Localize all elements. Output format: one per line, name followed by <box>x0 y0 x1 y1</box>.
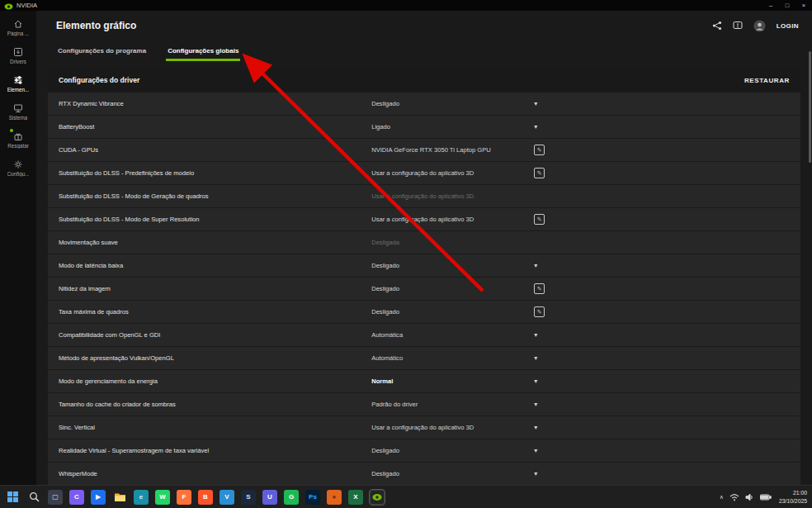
setting-value[interactable]: Desligado <box>371 470 399 477</box>
setting-value[interactable]: Desligado <box>371 285 399 292</box>
setting-label: Sinc. Vertical <box>59 424 95 431</box>
sidebar: Página ... Drivers Elemen... Sistema <box>0 11 36 485</box>
tab-program-settings[interactable]: Configurações do programa <box>58 40 146 61</box>
photoshop-icon[interactable]: Ps <box>305 490 320 505</box>
chevron-down-icon[interactable]: ▾ <box>534 424 537 431</box>
setting-label: Modo de gerenciamento da energia <box>59 377 158 385</box>
brave-icon[interactable]: B <box>198 490 213 505</box>
setting-value[interactable]: Ligado <box>371 123 390 131</box>
edit-icon[interactable]: ✎ <box>534 168 545 178</box>
maximize-button[interactable]: □ <box>779 0 795 11</box>
setting-row: Compatibilidade com OpenGL e GDIAutomáti… <box>48 324 800 346</box>
start-icon[interactable] <box>5 490 20 505</box>
volume-icon[interactable] <box>745 493 754 501</box>
chevron-down-icon[interactable]: ▾ <box>534 377 537 385</box>
clipchamp-icon[interactable]: C <box>69 490 84 505</box>
taskbar-clock[interactable]: 21:00 23/10/2025 <box>779 489 807 505</box>
basketball-icon[interactable]: ● <box>327 490 342 505</box>
setting-value[interactable]: Usar a configuração do aplicativo 3D <box>371 169 474 177</box>
edit-icon[interactable]: ✎ <box>534 283 545 294</box>
whatsapp-icon[interactable]: W <box>155 490 170 505</box>
sidebar-item-label: Elemen... <box>7 87 30 93</box>
sidebar-item-settings[interactable]: Configu... <box>0 159 36 177</box>
monitor-icon <box>13 102 23 113</box>
setting-value[interactable]: Desligado <box>371 262 399 269</box>
chevron-down-icon[interactable]: ▾ <box>534 354 537 362</box>
app-green-icon[interactable]: G <box>284 490 299 505</box>
setting-value[interactable]: Usar a configuração do aplicativo 3D <box>371 216 474 223</box>
edge-icon[interactable]: e <box>134 490 149 505</box>
search-icon[interactable] <box>26 490 41 505</box>
steam-icon[interactable]: S <box>241 490 256 505</box>
nvidia-app-icon[interactable] <box>370 490 385 505</box>
setting-value[interactable]: NVIDIA GeForce RTX 3050 Ti Laptop GPU <box>371 146 491 154</box>
chevron-down-icon[interactable]: ▾ <box>534 100 537 107</box>
tab-global-settings[interactable]: Configurações globais <box>168 40 238 61</box>
window-controls: – □ × <box>762 0 812 11</box>
setting-label: Realidade Virtual - Superamostragem de t… <box>59 447 209 454</box>
window-title: NVIDIA <box>17 2 37 9</box>
wifi-icon[interactable] <box>729 493 739 501</box>
excel-icon[interactable]: X <box>348 490 363 505</box>
sliders-icon <box>13 74 23 85</box>
chevron-down-icon[interactable]: ▾ <box>534 331 537 339</box>
firefox-icon[interactable]: F <box>177 490 191 505</box>
close-button[interactable]: × <box>795 0 812 11</box>
setting-value[interactable]: Desligado <box>371 447 399 454</box>
edit-icon[interactable]: ✎ <box>534 306 545 317</box>
sidebar-item-redeem[interactable]: Resgatar <box>0 131 36 149</box>
drivers-icon <box>13 46 23 57</box>
task-view-icon[interactable]: ▢ <box>48 490 63 505</box>
setting-label: Método de apresentação Vulkan/OpenGL <box>59 354 174 362</box>
setting-value[interactable]: Usar a configuração do aplicativo 3D <box>371 424 474 431</box>
edit-icon[interactable]: ✎ <box>534 214 545 225</box>
share-button[interactable] <box>712 21 722 31</box>
setting-row: Substituição do DLSS - Predefinições de … <box>48 162 800 184</box>
screen: NVIDIA – □ × Página ... Drivers <box>0 0 812 508</box>
setting-label: WhisperMode <box>59 470 97 477</box>
clock-date: 23/10/2025 <box>779 497 807 506</box>
setting-row: Sinc. VerticalUsar a configuração do apl… <box>48 416 800 439</box>
chevron-down-icon[interactable]: ▾ <box>534 401 537 408</box>
chevron-down-icon[interactable]: ▾ <box>534 123 537 131</box>
window-titlebar: NVIDIA – □ × <box>0 0 812 11</box>
panel-header: Configurações do driver RESTAURAR <box>48 69 800 92</box>
sidebar-item-graphics[interactable]: Elemen... <box>0 74 36 93</box>
setting-value: Usar a configuração do aplicativo 3D <box>371 192 474 200</box>
setting-value[interactable]: Automático <box>371 354 403 362</box>
setting-value[interactable]: Desligado <box>371 308 399 316</box>
sidebar-item-drivers[interactable]: Drivers <box>0 46 36 64</box>
chevron-down-icon[interactable]: ▾ <box>534 447 537 454</box>
scrollbar[interactable] <box>809 51 811 163</box>
setting-row: Método de apresentação Vulkan/OpenGLAuto… <box>48 347 800 369</box>
taskbar: ▢C▶eWFBVSUGPs●X ∧ 21:00 23/10/2025 <box>0 485 812 508</box>
driver-settings-panel: Configurações do driver RESTAURAR RTX Dy… <box>48 69 800 485</box>
avatar[interactable] <box>753 20 766 32</box>
setting-label: Substituição do DLSS - Predefinições de … <box>59 169 194 177</box>
battery-icon[interactable] <box>760 494 772 501</box>
minimize-button[interactable]: – <box>762 0 779 11</box>
setting-row: BatteryBoostLigado▾ <box>48 116 800 138</box>
file-explorer-icon[interactable] <box>112 490 127 505</box>
setting-value[interactable]: Normal <box>371 377 393 385</box>
tray-chevron-icon[interactable]: ∧ <box>720 494 724 501</box>
ubisoft-icon[interactable]: U <box>262 490 277 505</box>
sidebar-item-system[interactable]: Sistema <box>0 102 36 121</box>
sidebar-item-home[interactable]: Página ... <box>0 18 36 36</box>
vscode-icon[interactable]: V <box>220 490 234 505</box>
setting-label: Tamanho do cache do criador de sombras <box>59 401 176 408</box>
setting-value[interactable]: Padrão do driver <box>371 401 418 408</box>
media-app-icon[interactable]: ▶ <box>91 490 106 505</box>
edit-icon[interactable]: ✎ <box>534 145 545 155</box>
restore-button[interactable]: RESTAURAR <box>744 77 790 84</box>
chevron-down-icon[interactable]: ▾ <box>534 470 537 477</box>
settings-rows: RTX Dynamic VibranceDesligado▾BatteryBoo… <box>48 93 800 485</box>
chevron-down-icon[interactable]: ▾ <box>534 262 537 269</box>
setting-value[interactable]: Desligado <box>371 100 399 107</box>
setting-value[interactable]: Automática <box>371 331 403 339</box>
taskbar-icons: ▢C▶eWFBVSUGPs●X <box>5 490 385 505</box>
feedback-button[interactable] <box>733 21 743 31</box>
login-button[interactable]: LOGIN <box>777 22 799 30</box>
setting-row: WhisperModeDesligado▾ <box>48 463 800 485</box>
panel-title: Configurações do driver <box>59 76 139 84</box>
